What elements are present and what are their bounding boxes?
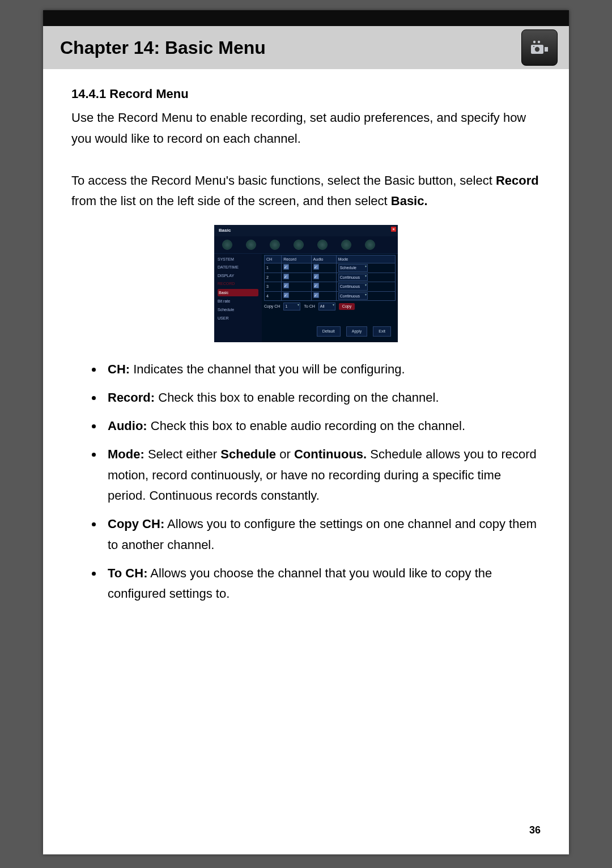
bullet-bold: Continuous. <box>294 447 367 461</box>
toolbar-icon[interactable] <box>246 240 256 250</box>
bullet-term: Audio: <box>108 419 147 433</box>
p2-part: , select the Basic button, select <box>321 173 496 188</box>
bullet-text: Allows you choose the channel that you w… <box>108 566 492 601</box>
bullet-text: Select either <box>144 447 221 461</box>
shot-body: SYSTEM DATE/TIME DISPLAY RECORD Basic Bi… <box>214 254 398 342</box>
exit-button[interactable]: Exit <box>373 326 391 337</box>
section-heading: 14.4.1 Record Menu <box>71 84 541 104</box>
col-audio: Audio <box>311 255 336 263</box>
shot-titlebar: Basic × <box>214 225 398 236</box>
cell-ch: 4 <box>265 291 282 301</box>
record-checkbox[interactable] <box>282 282 311 292</box>
sidebar-item-display[interactable]: DISPLAY <box>218 273 258 279</box>
table-row: 4 Continuous <box>265 291 396 301</box>
intro-paragraph: Use the Record Menu to enable recording,… <box>71 108 541 149</box>
col-ch: CH <box>265 255 282 263</box>
sidebar-item-record[interactable]: RECORD <box>218 280 258 287</box>
svg-point-1 <box>538 41 540 43</box>
document-page: Chapter 14: Basic Menu 14.4.1 Record Men… <box>43 10 569 854</box>
table-row: 1 Schedule <box>265 263 396 273</box>
embedded-screenshot: Basic × SYSTEM DATE/TIME DISPLAY RECORD … <box>214 225 398 342</box>
shot-footer: Default Apply Exit <box>264 310 396 340</box>
p2-bold-basic: Basic. <box>391 194 428 208</box>
bullet-term: Record: <box>108 390 155 405</box>
p2-part: To access the Record Menu <box>71 173 226 188</box>
list-item: CH: Indicates the channel that you will … <box>103 359 541 380</box>
toolbar-icon[interactable] <box>341 240 351 250</box>
toolbar-icon[interactable] <box>365 240 375 250</box>
copy-row: Copy CH 1 To CH All Copy <box>264 303 396 310</box>
toolbar-icon[interactable] <box>317 240 328 250</box>
list-item: To CH: Allows you choose the channel tha… <box>103 563 541 605</box>
bullet-list: CH: Indicates the channel that you will … <box>103 359 541 605</box>
bullet-term: Copy CH: <box>108 517 164 531</box>
bullet-text: Check this box to enable recording on th… <box>155 390 439 405</box>
page-number: 36 <box>529 824 541 836</box>
bullet-text: or <box>276 447 294 461</box>
mode-dropdown[interactable]: Continuous <box>336 282 395 292</box>
shot-icon-row <box>214 236 398 254</box>
bullet-text: Allows you to configure the settings on … <box>108 517 537 551</box>
chapter-header-bar: Chapter 14: Basic Menu <box>43 26 569 69</box>
top-black-bar <box>43 10 569 26</box>
copy-from-dropdown[interactable]: 1 <box>283 303 300 310</box>
table-header-row: CH Record Audio Mode <box>265 255 396 263</box>
bullet-term: Mode: <box>108 447 144 461</box>
p2-part: 's basic functions <box>226 173 321 188</box>
copy-ch-label: Copy CH <box>264 303 280 310</box>
to-ch-label: To CH <box>304 303 314 310</box>
record-checkbox[interactable] <box>282 263 311 273</box>
shot-main: CH Record Audio Mode 1 Schedule 2 <box>262 254 398 342</box>
list-item: Audio: Check this box to enable audio re… <box>103 416 541 436</box>
close-icon[interactable]: × <box>391 227 396 232</box>
chapter-title: Chapter 14: Basic Menu <box>60 37 266 58</box>
toolbar-icon[interactable] <box>294 240 304 250</box>
copy-button[interactable]: Copy <box>339 303 355 310</box>
cell-ch: 1 <box>265 263 282 273</box>
shot-sidebar: SYSTEM DATE/TIME DISPLAY RECORD Basic Bi… <box>214 254 262 342</box>
col-record: Record <box>282 255 311 263</box>
cell-ch: 3 <box>265 282 282 292</box>
sidebar-item-system[interactable]: SYSTEM <box>218 256 258 263</box>
default-button[interactable]: Default <box>317 326 341 337</box>
apply-button[interactable]: Apply <box>346 326 368 337</box>
audio-checkbox[interactable] <box>311 273 336 282</box>
shot-title-text: Basic <box>219 228 231 233</box>
cell-ch: 2 <box>265 273 282 282</box>
bullet-term: CH: <box>108 362 130 376</box>
table-row: 3 Continuous <box>265 282 396 292</box>
audio-checkbox[interactable] <box>311 291 336 301</box>
record-checkbox[interactable] <box>282 273 311 282</box>
bullet-text: Check this box to enable audio recording… <box>147 419 465 433</box>
mode-dropdown[interactable]: Continuous <box>336 273 395 282</box>
sidebar-item-bitrate[interactable]: Bit rate <box>218 298 258 305</box>
bullet-term: To CH: <box>108 566 147 580</box>
mode-dropdown[interactable]: Continuous <box>336 291 395 301</box>
audio-checkbox[interactable] <box>311 263 336 273</box>
bullet-bold: Schedule <box>220 447 276 461</box>
sidebar-item-basic[interactable]: Basic <box>218 289 258 297</box>
audio-checkbox[interactable] <box>311 282 336 292</box>
content-area: 14.4.1 Record Menu Use the Record Menu t… <box>43 69 569 604</box>
camera-icon <box>521 29 558 66</box>
to-ch-dropdown[interactable]: All <box>318 303 335 310</box>
svg-point-0 <box>533 41 536 43</box>
list-item: Record: Check this box to enable recordi… <box>103 388 541 408</box>
sidebar-item-datetime[interactable]: DATE/TIME <box>218 264 258 271</box>
p2-part: from the list on the left side of the sc… <box>71 194 391 208</box>
toolbar-icon[interactable] <box>222 240 232 250</box>
sidebar-item-user[interactable]: USER <box>218 315 258 322</box>
instruction-paragraph: To access the Record Menu's basic functi… <box>71 171 541 212</box>
mode-dropdown[interactable]: Schedule <box>336 263 395 273</box>
toolbar-icon[interactable] <box>270 240 280 250</box>
list-item: Mode: Select either Schedule or Continuo… <box>103 444 541 506</box>
bullet-text: Indicates the channel that you will be c… <box>130 362 405 376</box>
svg-point-4 <box>533 46 534 47</box>
sidebar-item-schedule[interactable]: Schedule <box>218 307 258 313</box>
record-checkbox[interactable] <box>282 291 311 301</box>
list-item: Copy CH: Allows you to configure the set… <box>103 514 541 555</box>
svg-rect-5 <box>545 47 548 52</box>
col-mode: Mode <box>336 255 395 263</box>
table-row: 2 Continuous <box>265 273 396 282</box>
record-table: CH Record Audio Mode 1 Schedule 2 <box>264 255 396 301</box>
